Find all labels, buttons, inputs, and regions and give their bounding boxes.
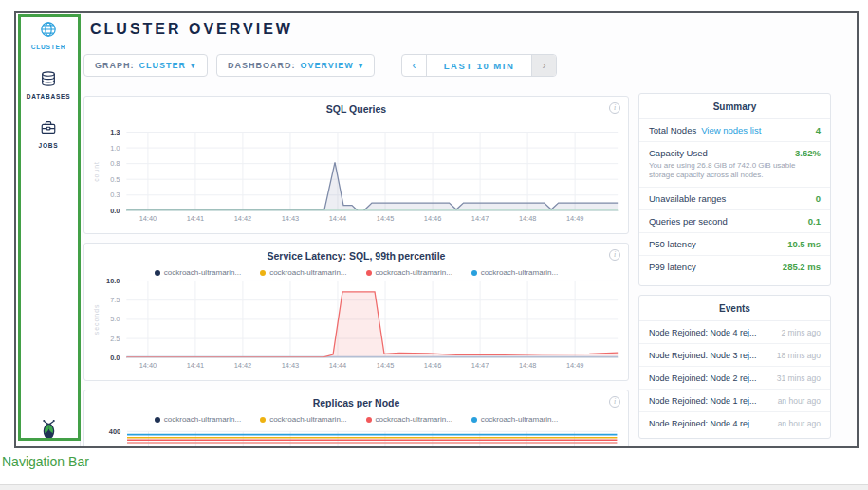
legend-dot-icon <box>155 417 160 423</box>
dashboard-dropdown[interactable]: DASHBOARD: OVERVIEW <box>216 54 375 77</box>
legend-item[interactable]: cockroach-ultramarin... <box>366 415 452 424</box>
legend-label: cockroach-ultramarin... <box>269 268 346 277</box>
svg-text:14:47: 14:47 <box>471 214 489 223</box>
event-row[interactable]: Node Rejoined: Node 2 rej...31 mins ago <box>639 367 830 390</box>
summary-row-value: 3.62% <box>795 148 821 158</box>
legend-label: cockroach-ultramarin... <box>376 415 452 424</box>
event-time: 31 mins ago <box>777 373 821 383</box>
summary-row-label: P50 latency <box>649 239 696 249</box>
globe-icon <box>40 25 57 41</box>
svg-text:1.0: 1.0 <box>110 144 120 153</box>
summary-panel: Summary Total NodesView nodes list4Capac… <box>638 93 831 286</box>
svg-text:14:43: 14:43 <box>282 214 299 223</box>
graph-dropdown[interactable]: GRAPH: CLUSTER <box>83 54 208 77</box>
legend-dot-icon <box>260 270 266 276</box>
event-text: Node Rejoined: Node 4 rej... <box>649 419 757 428</box>
graph-dropdown-label: GRAPH: <box>95 61 135 70</box>
sidebar-item-databases[interactable]: DATABASES <box>16 70 81 100</box>
legend-item[interactable]: cockroach-ultramarin... <box>260 415 346 424</box>
svg-text:14:43: 14:43 <box>282 361 299 370</box>
svg-text:0.3: 0.3 <box>110 191 120 199</box>
event-time: 18 mins ago <box>777 351 821 360</box>
view-nodes-list-link[interactable]: View nodes list <box>701 125 761 136</box>
time-range-prev-button[interactable] <box>402 55 427 76</box>
svg-text:0.0: 0.0 <box>110 207 120 215</box>
legend-dot-icon <box>471 417 477 423</box>
legend-item[interactable]: cockroach-ultramarin... <box>366 268 452 277</box>
info-icon[interactable] <box>609 396 620 408</box>
svg-text:0.8: 0.8 <box>110 159 120 168</box>
svg-text:14:44: 14:44 <box>329 214 346 223</box>
chart-title: Replicas per Node <box>84 397 628 408</box>
svg-text:2.5: 2.5 <box>110 335 120 343</box>
capacity-used-description: You are using 26.8 GiB of 742.0 GiB usab… <box>649 161 821 181</box>
legend-item[interactable]: cockroach-ultramarin... <box>260 268 346 277</box>
sidebar-item-jobs[interactable]: JOBS <box>16 119 81 149</box>
info-icon[interactable] <box>609 249 620 261</box>
summary-row-label: P99 latency <box>649 262 696 272</box>
summary-row: Queries per second0.1 <box>639 210 830 233</box>
sidebar-item-label: DATABASES <box>16 93 81 100</box>
sidebar-item-cluster[interactable]: CLUSTER <box>16 21 81 50</box>
svg-text:7.5: 7.5 <box>110 296 120 304</box>
sql-queries-panel: 1.31.00.80.50.30.014:4014:4114:4214:4314… <box>83 96 629 234</box>
event-text: Node Rejoined: Node 4 rej... <box>649 328 757 337</box>
replicas-per-node-panel: 40014:4014:4114:4214:4314:4414:4514:4614… <box>83 390 629 448</box>
svg-text:14:42: 14:42 <box>234 361 251 370</box>
event-time: an hour ago <box>778 419 821 428</box>
legend-item[interactable]: cockroach-ultramarin... <box>155 268 241 277</box>
svg-text:5.0: 5.0 <box>110 315 120 323</box>
event-row[interactable]: Node Rejoined: Node 3 rej...18 mins ago <box>639 344 830 367</box>
app-window: CLUSTER DATABASES JOBS <box>14 11 859 448</box>
svg-text:10.0: 10.0 <box>106 277 120 285</box>
summary-row-label: Unavailable ranges <box>649 193 726 204</box>
svg-text:14:40: 14:40 <box>139 361 157 370</box>
event-text: Node Rejoined: Node 2 rej... <box>649 373 757 383</box>
legend-label: cockroach-ultramarin... <box>481 268 558 277</box>
graph-dropdown-value: CLUSTER <box>139 61 187 70</box>
legend-item[interactable]: cockroach-ultramarin... <box>155 415 241 424</box>
summary-rows: Total NodesView nodes list4Capacity Used… <box>639 119 830 278</box>
summary-row-value: 0 <box>816 193 821 204</box>
info-icon[interactable] <box>609 102 620 114</box>
event-row[interactable]: Node Rejoined: Node 4 rej...an hour ago <box>639 412 830 434</box>
legend-item[interactable]: cockroach-ultramarin... <box>471 268 558 277</box>
cockroachdb-logo[interactable] <box>16 417 81 445</box>
bottom-strip <box>0 484 868 490</box>
summary-row: Capacity Used3.62%You are using 26.8 GiB… <box>639 142 830 188</box>
chart-legend: cockroach-ultramarin...cockroach-ultrama… <box>84 268 628 277</box>
legend-dot-icon <box>155 270 160 276</box>
legend-label: cockroach-ultramarin... <box>481 415 558 424</box>
legend-label: cockroach-ultramarin... <box>269 415 346 424</box>
summary-row: P99 latency285.2 ms <box>639 256 830 278</box>
svg-text:0.0: 0.0 <box>110 354 120 362</box>
svg-text:14:40: 14:40 <box>139 214 157 223</box>
event-row[interactable]: Node Rejoined: Node 4 rej...2 mins ago <box>639 321 830 344</box>
summary-row: Total NodesView nodes list4 <box>639 119 830 142</box>
time-range-next-button[interactable] <box>531 55 556 76</box>
svg-text:count: count <box>93 161 100 182</box>
legend-item[interactable]: cockroach-ultramarin... <box>471 415 558 424</box>
svg-text:14:41: 14:41 <box>187 361 204 370</box>
svg-text:14:49: 14:49 <box>566 214 583 223</box>
service-latency-chart[interactable]: 10.07.55.02.50.014:4014:4114:4214:4314:4… <box>84 244 628 380</box>
svg-text:14:45: 14:45 <box>377 214 394 223</box>
event-rows: Node Rejoined: Node 4 rej...2 mins agoNo… <box>639 321 830 434</box>
chevron-down-icon <box>359 61 364 70</box>
svg-text:14:46: 14:46 <box>424 361 441 370</box>
event-row[interactable]: Node Rejoined: Node 1 rej...an hour ago <box>639 390 830 412</box>
sql-queries-chart[interactable]: 1.31.00.80.50.30.014:4014:4114:4214:4314… <box>84 97 628 233</box>
chart-legend: cockroach-ultramarin...cockroach-ultrama… <box>84 415 628 424</box>
summary-row-value: 285.2 ms <box>783 262 821 272</box>
briefcase-icon <box>40 123 57 139</box>
dashboard-dropdown-value: OVERVIEW <box>301 61 354 70</box>
legend-dot-icon <box>366 270 372 276</box>
database-icon <box>40 74 57 90</box>
legend-label: cockroach-ultramarin... <box>164 268 241 277</box>
svg-text:14:48: 14:48 <box>519 361 536 370</box>
time-range-label: LAST 10 MIN <box>427 55 531 76</box>
legend-dot-icon <box>260 417 266 423</box>
legend-dot-icon <box>471 270 477 276</box>
event-text: Node Rejoined: Node 3 rej... <box>649 351 757 360</box>
svg-text:14:44: 14:44 <box>329 361 346 370</box>
